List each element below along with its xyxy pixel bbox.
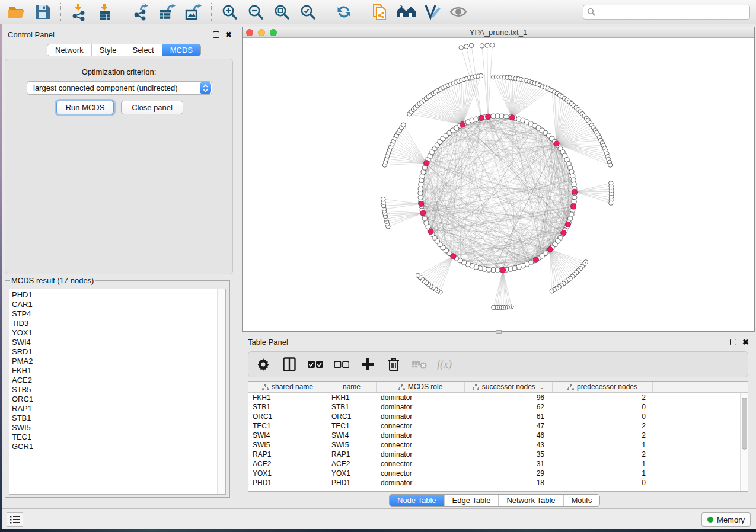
tab-node-table[interactable]: Node Table <box>390 495 444 506</box>
table-cell: FKH1 <box>327 393 377 402</box>
float-panel-icon[interactable] <box>213 31 219 38</box>
add-column-button[interactable] <box>359 355 377 374</box>
tab-network-table[interactable]: Network Table <box>498 495 563 506</box>
tab-network[interactable]: Network <box>47 44 91 56</box>
deselect-all-button[interactable] <box>333 355 350 374</box>
table-row[interactable]: ACE2ACE2connector311 <box>248 459 740 469</box>
table-scrollbar[interactable] <box>740 393 748 491</box>
export-network-button[interactable] <box>130 2 152 21</box>
select-all-button[interactable] <box>307 355 324 374</box>
column-header-mcds-role[interactable]: MCDS role <box>377 382 465 392</box>
import-network-button[interactable] <box>68 2 90 21</box>
mcds-node[interactable]: ACE2 <box>9 376 225 385</box>
table-row[interactable]: ORC1ORC1dominator610 <box>248 412 740 421</box>
table-row[interactable]: FKH1FKH1dominator962 <box>248 393 740 402</box>
tab-motifs[interactable]: Motifs <box>563 495 600 506</box>
zoom-in-button[interactable] <box>219 2 240 21</box>
scrollbar-thumb[interactable] <box>742 398 747 450</box>
mcds-node[interactable]: CAR1 <box>9 300 225 309</box>
close-panel-button[interactable]: Close panel <box>121 101 183 114</box>
network-window-title: YPA_prune.txt_1 <box>243 28 754 37</box>
table-cell: SWI4 <box>327 431 377 440</box>
trash-icon <box>388 357 400 371</box>
show-all-networks-button[interactable] <box>395 2 417 21</box>
toolbar-separator <box>362 3 362 21</box>
table-row[interactable]: PHD1PHD1dominator180 <box>248 478 740 488</box>
delete-columns-button[interactable] <box>385 355 403 374</box>
table-row[interactable]: RAP1RAP1dominator352 <box>248 450 740 459</box>
mcds-node[interactable]: TEC1 <box>9 432 225 442</box>
zoom-selected-button[interactable] <box>297 2 318 21</box>
table-header-row: shared name name MCDS role successor nod… <box>248 382 748 393</box>
search-icon <box>587 8 595 16</box>
tab-mcds[interactable]: MCDS <box>162 44 200 56</box>
open-file-button[interactable] <box>6 2 27 21</box>
zoom-out-button[interactable] <box>245 2 266 21</box>
delete-table-button[interactable] <box>411 355 429 374</box>
function-builder-icon[interactable]: f(x) <box>437 358 452 371</box>
run-mcds-button[interactable]: Run MCDS <box>56 101 114 114</box>
table-cell: dominator <box>377 393 465 402</box>
table-row[interactable]: SWI5SWI5connector431 <box>248 440 740 450</box>
mcds-node[interactable]: PMA2 <box>9 357 225 366</box>
table-cell: 2 <box>553 422 653 430</box>
export-table-button[interactable] <box>157 2 178 21</box>
criterion-dropdown[interactable]: largest connected component (undirected) <box>27 81 212 95</box>
vizmapper-button[interactable] <box>422 2 443 21</box>
network-title-bar[interactable]: YPA_prune.txt_1 <box>243 27 754 38</box>
mcds-node[interactable]: GCR1 <box>9 442 225 451</box>
mcds-node[interactable]: TID3 <box>9 319 225 328</box>
mcds-node[interactable]: STP4 <box>9 309 225 319</box>
refresh-button[interactable] <box>333 2 355 21</box>
toolbar-search[interactable] <box>583 5 750 20</box>
table-row[interactable]: TEC1TEC1connector472 <box>248 421 740 431</box>
mcds-list-scrollbar[interactable] <box>217 289 225 494</box>
tab-select[interactable]: Select <box>125 44 162 56</box>
mcds-node[interactable]: YOX1 <box>9 328 225 338</box>
memory-button[interactable]: Memory <box>701 512 751 527</box>
clone-network-button[interactable] <box>369 2 391 21</box>
close-panel-icon[interactable]: ✖ <box>225 31 232 38</box>
mcds-node[interactable]: PHD1 <box>9 290 225 300</box>
close-panel-icon[interactable]: ✖ <box>742 339 749 345</box>
table-cell: 1 <box>553 460 653 468</box>
toolbar-separator <box>123 3 123 21</box>
column-header-predecessor-nodes[interactable]: predecessor nodes <box>553 382 653 392</box>
tab-style[interactable]: Style <box>91 44 125 56</box>
mcds-node[interactable]: ORC1 <box>9 395 225 404</box>
mcds-node[interactable]: SWI5 <box>9 423 225 432</box>
export-image-button[interactable] <box>183 2 204 21</box>
save-session-button[interactable] <box>32 2 53 21</box>
mcds-node[interactable]: SRD1 <box>9 347 225 357</box>
network-canvas[interactable] <box>243 38 754 331</box>
table-cell: 0 <box>553 412 653 421</box>
mcds-node[interactable]: SWI4 <box>9 338 225 347</box>
fit-content-button[interactable] <box>271 2 292 21</box>
toggle-columns-button[interactable] <box>280 355 298 374</box>
search-input[interactable] <box>598 8 746 16</box>
tab-edge-table[interactable]: Edge Table <box>444 495 499 506</box>
mcds-node[interactable]: STB5 <box>9 385 225 395</box>
table-cell: 0 <box>553 403 653 411</box>
table-row[interactable]: YOX1YOX1connector291 <box>248 469 740 478</box>
table-row[interactable]: STB1STB1dominator620 <box>248 402 740 412</box>
mcds-result-items: PHD1CAR1STP4TID3YOX1SWI4SRD1PMA2FKH1ACE2… <box>9 289 225 451</box>
float-panel-icon[interactable] <box>730 339 736 345</box>
table-settings-button[interactable] <box>254 355 272 374</box>
table-tabs: Node Table Edge Table Network Table Moti… <box>389 494 600 507</box>
hide-details-button[interactable] <box>448 2 469 21</box>
table-header-filler <box>653 382 748 392</box>
table-cell: 2 <box>553 431 653 440</box>
mcds-result-list[interactable]: PHD1CAR1STP4TID3YOX1SWI4SRD1PMA2FKH1ACE2… <box>9 289 226 495</box>
table-row[interactable]: SWI4SWI4dominator462 <box>248 431 740 440</box>
column-header-name[interactable]: name <box>327 382 377 392</box>
column-header-successor-nodes[interactable]: successor nodes ⌄ <box>465 382 553 392</box>
mcds-node[interactable]: RAP1 <box>9 404 225 414</box>
column-header-shared-name[interactable]: shared name <box>248 382 327 392</box>
table-cell: STB1 <box>327 403 377 411</box>
import-table-button[interactable] <box>94 2 116 21</box>
task-history-button[interactable] <box>7 512 23 527</box>
table-cell: connector <box>377 441 465 449</box>
mcds-node[interactable]: STB1 <box>9 414 225 423</box>
mcds-node[interactable]: FKH1 <box>9 366 225 376</box>
